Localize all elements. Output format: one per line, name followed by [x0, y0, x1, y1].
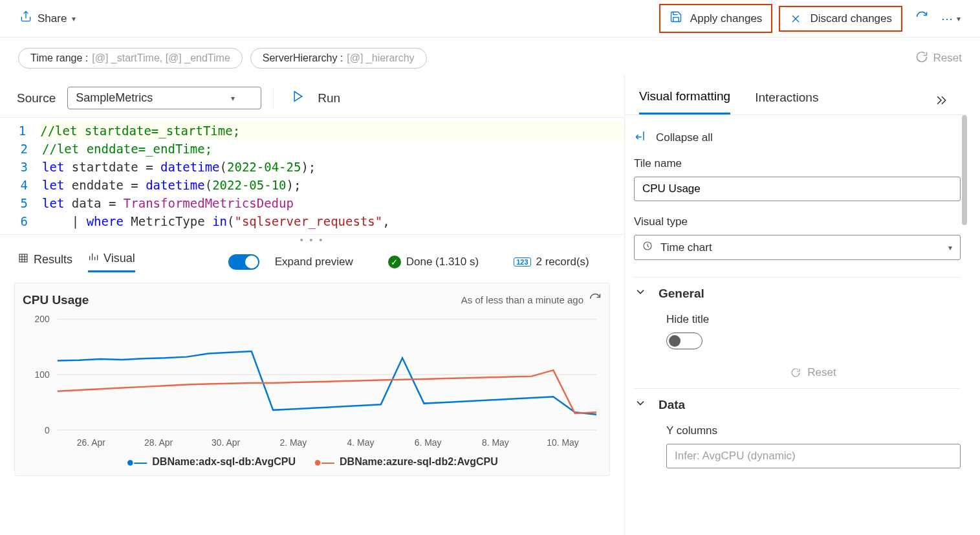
svg-text:2. May: 2. May: [279, 437, 307, 448]
run-button[interactable]: Run: [292, 90, 340, 106]
chart-icon: [88, 252, 98, 265]
chart-plot: 010020026. Apr28. Apr30. Apr2. May4. May…: [19, 314, 605, 451]
share-label: Share: [38, 12, 67, 25]
discard-changes-label: Discard changes: [810, 12, 892, 25]
chart-panel: CPU Usage As of less than a minute ago 0…: [14, 283, 610, 476]
tab-results[interactable]: Results: [18, 253, 72, 272]
chevron-down-icon: [634, 285, 647, 301]
reset-filters-button[interactable]: Reset: [915, 50, 962, 67]
refresh-icon[interactable]: [589, 292, 602, 307]
editor-pane: Source SampleMetrics ▾ Run 1//let startd…: [0, 75, 625, 535]
reset-label: Reset: [933, 52, 962, 65]
time-range-chip[interactable]: Time range : [@] _startTime, [@] _endTim…: [18, 48, 243, 69]
tile-name-input[interactable]: [634, 177, 961, 201]
source-value: SampleMetrics: [76, 91, 153, 105]
tab-visual-formatting[interactable]: Visual formatting: [639, 89, 730, 115]
status-done: ✓ Done (1.310 s): [388, 256, 479, 268]
checkmark-icon: ✓: [388, 256, 401, 268]
close-icon: [789, 12, 802, 25]
top-toolbar: Share ▾ Apply changes Discard changes ⋯ …: [0, 0, 980, 38]
chevron-down-icon: ▾: [72, 14, 76, 23]
reset-icon: [915, 50, 928, 67]
server-hierarchy-chip[interactable]: ServerHierarchy : [@] _hierarchy: [250, 48, 427, 69]
source-label: Source: [17, 91, 56, 105]
properties-pane: Visual formatting Interactions Collapse …: [625, 75, 980, 535]
collapse-all-icon: [634, 129, 647, 146]
section-data: Data Y columns Infer: AvgCPU (dynamic): [634, 388, 961, 477]
apply-changes-label: Apply changes: [690, 12, 763, 25]
svg-text:4. May: 4. May: [347, 437, 375, 448]
pane-resize-handle[interactable]: • • •: [0, 235, 624, 245]
svg-text:30. Apr: 30. Apr: [212, 437, 241, 448]
svg-text:10. May: 10. May: [547, 437, 579, 448]
visual-type-label: Visual type: [634, 215, 961, 228]
expand-preview-toggle[interactable]: [228, 254, 259, 270]
filter-row: Time range : [@] _startTime, [@] _endTim…: [0, 38, 980, 75]
svg-text:6. May: 6. May: [415, 437, 442, 448]
discard-changes-button[interactable]: Discard changes: [779, 6, 902, 32]
svg-text:26. Apr: 26. Apr: [77, 437, 106, 448]
expand-preview-label: Expand preview: [275, 256, 353, 268]
chevron-down-icon: ▾: [231, 94, 235, 103]
result-tabs-row: Results Visual Expand preview ✓ Done (1.…: [0, 245, 624, 278]
share-icon: [19, 10, 32, 27]
tile-name-label: Tile name: [634, 157, 961, 170]
refresh-button-top[interactable]: [915, 10, 928, 27]
visual-type-select[interactable]: Time chart ▾: [634, 235, 961, 260]
expand-pane-button[interactable]: [935, 94, 948, 110]
svg-rect-0: [19, 254, 27, 262]
tab-label: Visual: [103, 252, 135, 265]
tab-interactions[interactable]: Interactions: [755, 91, 818, 114]
panel-body[interactable]: Collapse all Tile name Visual type Time …: [625, 115, 967, 535]
ycolumns-label: Y columns: [666, 424, 961, 437]
apply-changes-button[interactable]: Apply changes: [659, 4, 773, 33]
tab-visual[interactable]: Visual: [88, 252, 135, 272]
chip-value: [@] _hierarchy: [347, 52, 414, 64]
scrollbar-thumb[interactable]: [962, 115, 967, 225]
table-icon: [18, 253, 28, 267]
divider: [273, 89, 274, 108]
clock-icon: [642, 241, 653, 254]
section-general: General Hide title Reset: [634, 277, 961, 388]
reset-general-button[interactable]: Reset: [666, 366, 961, 379]
play-icon: [292, 90, 305, 106]
ellipsis-icon: ⋯: [941, 12, 953, 26]
chart-legend: ●— DBName:adx-sql-db:AvgCPU ●— DBName:az…: [19, 456, 605, 468]
chart-asof: As of less than a minute ago: [461, 292, 602, 307]
chip-label: ServerHierarchy :: [263, 52, 343, 64]
source-row: Source SampleMetrics ▾ Run: [0, 75, 624, 117]
chip-value: [@] _startTime, [@] _endTime: [92, 52, 230, 64]
chevron-down-icon: ▾: [948, 243, 952, 252]
legend-item-1[interactable]: ●— DBName:adx-sql-db:AvgCPU: [126, 456, 296, 468]
section-general-header[interactable]: General: [634, 285, 961, 301]
share-button[interactable]: Share ▾: [19, 10, 76, 27]
chevron-down-icon: [634, 397, 647, 413]
chart-title: CPU Usage: [23, 293, 89, 307]
save-icon: [670, 10, 682, 27]
svg-text:100: 100: [35, 369, 50, 380]
hide-title-label: Hide title: [666, 313, 961, 326]
ycolumns-select[interactable]: Infer: AvgCPU (dynamic): [666, 444, 961, 468]
collapse-all-button[interactable]: Collapse all: [634, 124, 961, 157]
chevron-down-icon: ▾: [957, 14, 961, 23]
code-editor[interactable]: 1//let startdate=_startTime; 2//let endd…: [0, 117, 624, 235]
records-text: 2 record(s): [536, 256, 589, 268]
svg-text:200: 200: [35, 314, 50, 324]
legend-item-2[interactable]: ●— DBName:azure-sql-db2:AvgCPU: [314, 456, 498, 468]
status-text: Done (1.310 s): [406, 256, 479, 268]
tab-label: Results: [34, 253, 72, 267]
run-label: Run: [318, 91, 340, 105]
source-select[interactable]: SampleMetrics ▾: [67, 87, 261, 109]
svg-text:28. Apr: 28. Apr: [144, 437, 173, 448]
hide-title-toggle[interactable]: [666, 333, 702, 349]
more-menu[interactable]: ⋯ ▾: [941, 12, 961, 26]
panel-tabs: Visual formatting Interactions: [625, 75, 967, 115]
records-icon: 123: [514, 257, 530, 267]
chip-label: Time range :: [30, 52, 88, 64]
svg-text:8. May: 8. May: [482, 437, 509, 448]
record-count: 123 2 record(s): [514, 256, 589, 268]
section-data-header[interactable]: Data: [634, 397, 961, 413]
svg-text:0: 0: [45, 425, 50, 435]
